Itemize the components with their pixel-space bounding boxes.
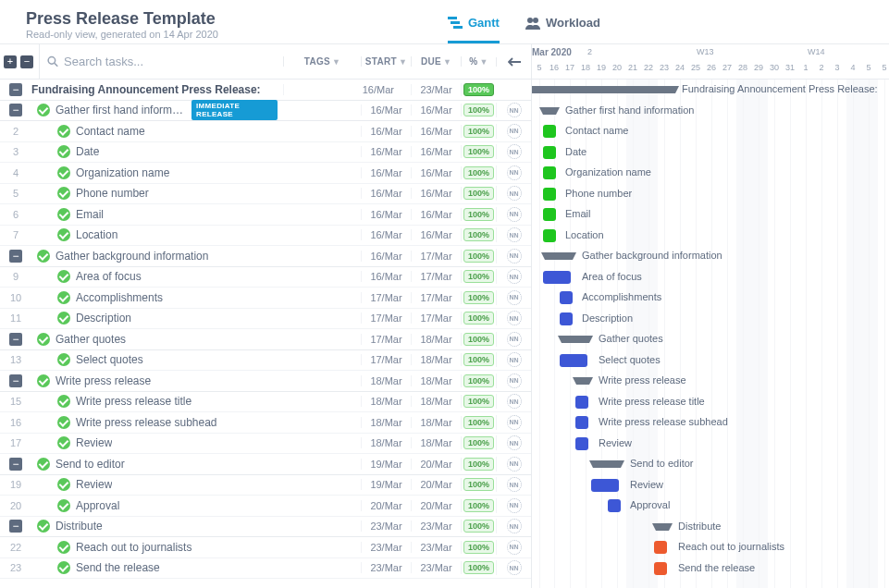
- cell-due: 23/Mar: [411, 562, 461, 573]
- gantt-chart[interactable]: Mar 20202W13W145161718192021222324252627…: [532, 44, 889, 588]
- task-row[interactable]: 5Phone number16/Mar16/Mar100%NN: [0, 184, 531, 205]
- task-row[interactable]: 15Write press release title18/Mar18/Mar1…: [0, 392, 531, 413]
- task-row[interactable]: 4Organization name16/Mar16/Mar100%NN: [0, 163, 531, 184]
- cell-assignee[interactable]: NN: [496, 103, 531, 117]
- gantt-bar[interactable]: [576, 377, 589, 385]
- collapse-all-button[interactable]: −: [20, 55, 33, 68]
- collapse-button[interactable]: −: [9, 333, 22, 346]
- task-row[interactable]: −Write press release18/Mar18/Mar100%NN: [0, 371, 531, 392]
- task-row[interactable]: 9Area of focus16/Mar17/Mar100%NN: [0, 267, 531, 288]
- task-row[interactable]: −Gather background information16/Mar17/M…: [0, 246, 531, 267]
- task-row[interactable]: 7Location16/Mar16/Mar100%NN: [0, 226, 531, 247]
- collapse-button[interactable]: −: [9, 520, 22, 533]
- gantt-row: Fundraising Announcement Press Release:: [532, 80, 889, 101]
- gantt-bar[interactable]: [543, 271, 571, 284]
- gantt-bar[interactable]: [543, 146, 556, 159]
- gantt-bar[interactable]: [543, 166, 556, 179]
- task-row[interactable]: 16Write press release subhead18/Mar18/Ma…: [0, 412, 531, 434]
- cell-assignee[interactable]: NN: [496, 311, 531, 325]
- gantt-bar[interactable]: [608, 499, 621, 512]
- collapse-button[interactable]: −: [9, 250, 22, 263]
- column-header-start[interactable]: START▼: [361, 56, 411, 67]
- task-row[interactable]: 3Date16/Mar16/Mar100%NN: [0, 142, 531, 164]
- collapse-button[interactable]: −: [9, 374, 22, 387]
- task-row[interactable]: −Distribute23/Mar23/Mar100%NN: [0, 517, 531, 538]
- cell-assignee[interactable]: NN: [496, 415, 531, 430]
- gantt-bar[interactable]: [560, 291, 573, 304]
- task-row[interactable]: 10Accomplishments17/Mar17/Mar100%NN: [0, 288, 531, 309]
- cell-assignee[interactable]: NN: [496, 352, 531, 367]
- task-row[interactable]: 23Send the release23/Mar23/Mar100%NN: [0, 558, 531, 580]
- cell-assignee[interactable]: NN: [496, 560, 531, 575]
- gantt-row: Reach out to journalists: [532, 537, 889, 558]
- cell-assignee[interactable]: NN: [496, 249, 531, 263]
- collapse-button[interactable]: −: [9, 83, 22, 96]
- timeline-day: 21: [625, 63, 640, 72]
- expand-all-button[interactable]: +: [4, 55, 17, 68]
- cell-percent: 100%: [461, 499, 496, 512]
- gantt-bar[interactable]: [560, 354, 587, 367]
- gantt-bar[interactable]: [543, 107, 556, 115]
- gantt-bar[interactable]: [532, 86, 675, 93]
- cell-assignee[interactable]: NN: [496, 435, 531, 450]
- gantt-bar[interactable]: [575, 416, 588, 429]
- collapse-button[interactable]: −: [9, 458, 22, 471]
- column-header-due[interactable]: DUE▼: [411, 56, 461, 67]
- task-row[interactable]: 11Description17/Mar17/Mar100%NN: [0, 309, 531, 330]
- cell-assignee[interactable]: NN: [496, 124, 531, 139]
- gantt-bar[interactable]: [543, 188, 556, 201]
- cell-assignee[interactable]: NN: [496, 269, 531, 284]
- task-row[interactable]: −Gather quotes17/Mar18/Mar100%NN: [0, 329, 531, 350]
- gantt-bar[interactable]: [543, 229, 556, 242]
- cell-assignee[interactable]: NN: [496, 144, 531, 159]
- cell-assignee[interactable]: NN: [496, 165, 531, 180]
- collapse-button[interactable]: −: [9, 104, 22, 116]
- task-row[interactable]: 17Review18/Mar18/Mar100%NN: [0, 434, 531, 455]
- task-row[interactable]: 22Reach out to journalists23/Mar23/Mar10…: [0, 537, 531, 558]
- task-row[interactable]: 20Approval20/Mar20/Mar100%NN: [0, 496, 531, 517]
- search-input[interactable]: [64, 55, 276, 68]
- cell-assignee[interactable]: NN: [496, 457, 531, 472]
- cell-assignee[interactable]: NN: [496, 332, 531, 347]
- cell-assignee[interactable]: NN: [496, 290, 531, 305]
- task-row[interactable]: 6Email16/Mar16/Mar100%NN: [0, 204, 531, 226]
- gantt-bar-label: Date: [565, 146, 586, 157]
- cell-assignee[interactable]: NN: [496, 374, 531, 388]
- cell-assignee[interactable]: NN: [496, 540, 531, 555]
- cell-assignee[interactable]: NN: [496, 207, 531, 222]
- cell-assignee[interactable]: NN: [496, 227, 531, 242]
- gantt-bar-label: Location: [565, 229, 604, 240]
- column-header-tags[interactable]: TAGS▼: [283, 56, 361, 67]
- cell-assignee[interactable]: NN: [496, 519, 531, 533]
- task-row[interactable]: 19Review19/Mar20/Mar100%NN: [0, 475, 531, 496]
- tab-workload[interactable]: Workload: [525, 16, 600, 43]
- timeline-day: 27: [720, 63, 735, 72]
- scroll-left-button[interactable]: [496, 57, 531, 67]
- cell-assignee[interactable]: NN: [496, 477, 531, 492]
- cell-assignee[interactable]: NN: [496, 186, 531, 201]
- gantt-bar[interactable]: [543, 208, 556, 221]
- tab-gantt[interactable]: Gantt: [448, 16, 500, 43]
- task-row[interactable]: −Fundraising Announcement Press Release:…: [0, 80, 531, 101]
- gantt-bar-label: Gather background information: [582, 250, 722, 261]
- column-header-percent[interactable]: %▼: [461, 56, 496, 67]
- cell-assignee[interactable]: NN: [496, 394, 531, 409]
- gantt-bar[interactable]: [562, 336, 589, 343]
- gantt-bar[interactable]: [656, 523, 669, 531]
- task-row[interactable]: 13Select quotes17/Mar18/Mar100%NN: [0, 350, 531, 372]
- gantt-bar[interactable]: [575, 437, 588, 450]
- gantt-bar[interactable]: [543, 125, 556, 138]
- gantt-bar[interactable]: [654, 541, 667, 554]
- gantt-bar[interactable]: [591, 479, 619, 492]
- task-row[interactable]: −Gather first hand informationIMMEDIATE …: [0, 101, 531, 122]
- gantt-bar[interactable]: [575, 396, 588, 409]
- cell-due: 18/Mar: [411, 354, 461, 365]
- gantt-bar[interactable]: [593, 460, 621, 468]
- gantt-bar[interactable]: [545, 252, 573, 260]
- gantt-bar[interactable]: [654, 562, 667, 575]
- task-row[interactable]: 2Contact name16/Mar16/Mar100%NN: [0, 121, 531, 142]
- task-row[interactable]: −Send to editor19/Mar20/Mar100%NN: [0, 454, 531, 475]
- cell-assignee[interactable]: NN: [496, 498, 531, 513]
- timeline-week: 2: [587, 47, 592, 56]
- gantt-bar[interactable]: [560, 312, 573, 325]
